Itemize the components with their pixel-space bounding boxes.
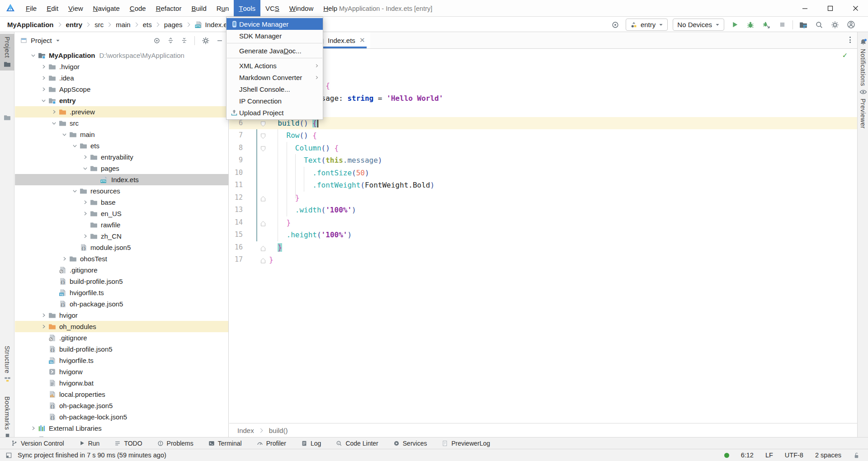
tree-item-entry[interactable]: entry <box>15 95 228 106</box>
tree-item-external-libraries[interactable]: External Libraries <box>15 423 228 434</box>
expand-all-button[interactable] <box>167 37 174 44</box>
project-view-selector[interactable]: Project <box>20 37 60 44</box>
inspection-ok-icon[interactable]: ✓ <box>843 51 847 60</box>
tool-button-version-control[interactable]: Version Control <box>11 440 64 447</box>
tree-item-build-profile-json5[interactable]: {} build-profile.json5 <box>15 343 228 355</box>
tree-item-ets[interactable]: ets <box>15 140 228 151</box>
tree-chevron-icon[interactable] <box>38 312 48 318</box>
run-config-select[interactable]: entry <box>626 19 668 31</box>
tree-item-module-json5[interactable]: {} module.json5 <box>15 242 228 253</box>
tree-item-rawfile[interactable]: rawfile <box>15 219 228 230</box>
code-line-10[interactable]: 10 .fontSize(50) <box>229 167 857 179</box>
menu-edit[interactable]: Edit <box>42 0 63 16</box>
code-line-13[interactable]: 13 .width('100%') <box>229 204 857 216</box>
tree-item-entryability[interactable]: entryability <box>15 151 228 163</box>
code-line-16[interactable]: 16 } <box>229 241 857 254</box>
tree-chevron-icon[interactable] <box>38 324 48 329</box>
menu-build[interactable]: Build <box>186 0 211 16</box>
tree-chevron-icon[interactable] <box>28 425 38 431</box>
tree-chevron-icon[interactable] <box>70 188 80 194</box>
attach-debugger-button[interactable] <box>761 19 772 30</box>
tool-button-previewer[interactable]: Previewer <box>858 86 868 131</box>
tree-chevron-icon[interactable] <box>28 52 38 58</box>
tab-close-icon[interactable]: ✕ <box>359 36 365 44</box>
tree-chevron-icon[interactable] <box>38 86 48 92</box>
tool-button-profiler[interactable]: Profiler <box>257 440 286 447</box>
menu-item-device-manager[interactable]: Device Manager <box>226 18 323 30</box>
target-selector-icon[interactable] <box>610 19 621 30</box>
debug-button[interactable] <box>745 19 756 30</box>
tree-item--idea[interactable]: .idea <box>15 72 228 84</box>
menu-item-xml-actions[interactable]: XML Actions <box>226 60 323 71</box>
tree-chevron-icon[interactable] <box>80 199 90 205</box>
tree-item-ohostest[interactable]: ohosTest <box>15 253 228 264</box>
tree-item-hvigor[interactable]: hvigor <box>15 310 228 321</box>
code-line-14[interactable]: 14 } <box>229 216 857 229</box>
tree-chevron-icon[interactable] <box>59 132 69 137</box>
menu-item-generate-javadoc[interactable]: Generate JavaDoc... <box>226 45 323 56</box>
tool-window-toggle-icon[interactable] <box>5 452 12 459</box>
code-line-17[interactable]: 17 } <box>229 254 857 266</box>
menu-item-jshell-console[interactable]: JShell Console... <box>226 83 323 95</box>
menu-item-ip-connection[interactable]: IP Connection <box>226 95 323 107</box>
unlock-icon[interactable] <box>853 452 860 459</box>
file-encoding[interactable]: UTF-8 <box>785 452 803 459</box>
tree-item-hvigorw-bat[interactable]: hvigorw.bat <box>15 377 228 389</box>
breadcrumb-item[interactable]: main <box>116 21 131 28</box>
indent-setting[interactable]: 2 spaces <box>815 452 841 459</box>
device-select[interactable]: No Devices <box>673 19 724 31</box>
tool-button-folder[interactable] <box>0 111 14 124</box>
tree-chevron-icon[interactable] <box>38 64 48 70</box>
fold-marker-icon[interactable] <box>260 245 266 253</box>
code-line-9[interactable]: 9 Text(this.message) <box>229 154 857 167</box>
tree-item-scratches-and-consoles[interactable]: Scratches and Consoles <box>15 434 228 437</box>
tree-chevron-icon[interactable] <box>38 98 48 103</box>
status-message[interactable]: Sync project finished in 7 s 90 ms (59 m… <box>18 452 166 459</box>
breadcrumb-item[interactable]: pages <box>164 21 183 28</box>
code-line-3[interactable]: 3 struct Index { <box>229 80 857 92</box>
fold-marker-icon[interactable] <box>260 220 266 228</box>
fold-marker-icon[interactable] <box>260 145 266 154</box>
menu-navigate[interactable]: Navigate <box>88 0 125 16</box>
fold-marker-icon[interactable] <box>260 132 266 141</box>
tree-item-myapplication[interactable]: MyApplicationD:\workspace\MyApplication <box>15 50 228 61</box>
tree-chevron-icon[interactable] <box>49 109 59 115</box>
tree-item-oh-modules[interactable]: oh_modules <box>15 321 228 332</box>
tree-chevron-icon[interactable] <box>49 120 59 126</box>
menu-file[interactable]: File <box>21 0 42 16</box>
breadcrumb-item[interactable]: MyApplication <box>7 21 54 28</box>
tree-item-appscope[interactable]: AppScope <box>15 84 228 95</box>
tree-chevron-icon[interactable] <box>80 165 90 171</box>
tool-button-run[interactable]: Run <box>79 440 100 447</box>
fold-marker-icon[interactable] <box>260 120 266 129</box>
collapse-all-button[interactable] <box>181 37 188 44</box>
panel-settings-button[interactable] <box>202 37 210 45</box>
tree-item-pages[interactable]: pages <box>15 163 228 174</box>
tree-item--gitignore[interactable]: .gitignore <box>15 264 228 276</box>
tree-item--gitignore[interactable]: .gitignore <box>15 332 228 343</box>
tree-item-zh-cn[interactable]: zh_CN <box>15 230 228 242</box>
code-line-7[interactable]: 7 Row() { <box>229 129 857 142</box>
tree-item-en-us[interactable]: en_US <box>15 208 228 219</box>
tool-button-bookmarks[interactable]: Bookmarks <box>0 394 14 442</box>
menu-window[interactable]: Window <box>284 0 318 16</box>
menu-view[interactable]: View <box>63 0 88 16</box>
minimize-button[interactable] <box>792 0 817 17</box>
menu-item-upload-project[interactable]: Upload Project <box>226 107 323 118</box>
status-ok-dot[interactable] <box>724 453 729 458</box>
code-line-6[interactable]: 6 build() { <box>229 117 857 130</box>
breadcrumb-item[interactable]: src <box>94 21 104 28</box>
tree-item-oh-package-json5[interactable]: {} oh-package.json5 <box>15 400 228 411</box>
code-editor[interactable]: 1 @Entry 2 @Component 3 struct Index { 4… <box>229 49 857 423</box>
tool-button-project[interactable]: Project <box>0 34 14 71</box>
caret-position[interactable]: 6:12 <box>741 452 754 459</box>
tree-item-build-profile-json5[interactable]: {} build-profile.json5 <box>15 276 228 287</box>
menu-refactor[interactable]: Refactor <box>151 0 187 16</box>
tree-item-main[interactable]: main <box>15 129 228 140</box>
tree-item-hvigorfile-ts[interactable]: TS hvigorfile.ts <box>15 355 228 366</box>
editor-breadcrumb-item[interactable]: Index <box>237 427 254 434</box>
tree-item-oh-package-json5[interactable]: {} oh-package.json5 <box>15 298 228 310</box>
code-line-12[interactable]: 12 } <box>229 192 857 204</box>
fold-marker-icon[interactable] <box>260 257 266 265</box>
tool-button-notifications[interactable]: Notifications <box>858 37 868 88</box>
